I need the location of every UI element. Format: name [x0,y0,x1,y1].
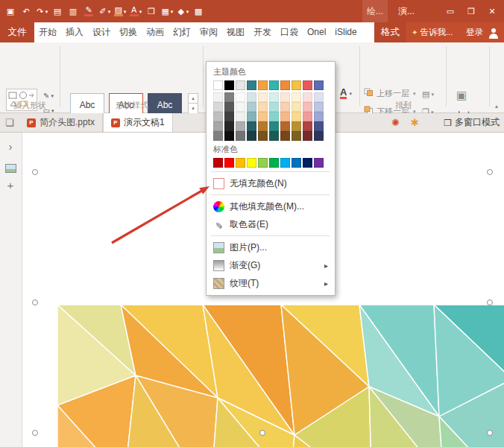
ribbon-tab-口袋[interactable]: 口袋 [276,22,303,42]
theme-color-variant-swatch[interactable] [213,92,223,102]
theme-color-variant-swatch[interactable] [303,131,312,141]
restore-window-button[interactable]: ❐ [461,0,482,22]
theme-color-variant-swatch[interactable] [224,131,234,141]
theme-color-variant-swatch[interactable] [269,92,279,102]
theme-color-swatch[interactable] [236,80,245,90]
theme-color-variant-swatch[interactable] [258,131,268,141]
theme-color-variant-swatch[interactable] [213,112,223,121]
selected-picture[interactable] [57,305,504,447]
expand-pane-button[interactable]: › [0,140,21,153]
theme-color-variant-swatch[interactable] [314,121,324,131]
qat-icon[interactable]: ▤ [50,2,65,20]
resize-handle[interactable] [32,430,38,436]
theme-color-variant-swatch[interactable] [247,92,256,102]
qat-icon[interactable]: ▥ [66,2,81,20]
theme-color-variant-swatch[interactable] [258,92,268,102]
theme-color-variant-swatch[interactable] [236,92,245,102]
theme-color-variant-swatch[interactable] [236,121,245,131]
theme-color-variant-swatch[interactable] [292,121,301,131]
theme-color-variant-swatch[interactable] [292,92,301,102]
theme-color-variant-swatch[interactable] [292,112,301,121]
text-fill-button[interactable]: A ▾ [340,87,352,99]
theme-color-variant-swatch[interactable] [258,121,268,131]
file-tab[interactable]: 文件 [0,22,34,42]
theme-color-variant-swatch[interactable] [292,131,301,141]
qat-icon[interactable]: ◆▾ [175,2,190,20]
ribbon-tab-动画[interactable]: 动画 [142,22,168,42]
theme-color-swatch[interactable] [314,80,324,90]
theme-color-variant-swatch[interactable] [213,131,223,141]
ribbon-tab-插入[interactable]: 插入 [61,22,88,42]
arrange-item-0[interactable]: 上移一层▾ [364,86,416,101]
standard-color-swatch[interactable] [213,158,223,168]
theme-color-variant-swatch[interactable] [314,92,324,102]
ribbon-tab-设计[interactable]: 设计 [88,22,115,42]
theme-color-variant-swatch[interactable] [269,131,279,141]
new-slide-button[interactable]: + [0,179,21,191]
theme-color-swatch[interactable] [280,80,290,90]
theme-color-variant-swatch[interactable] [303,92,312,102]
qat-icon[interactable]: A▾ [128,2,143,20]
theme-color-variant-swatch[interactable] [280,131,290,141]
islide-icon[interactable]: ✺ [391,117,400,128]
theme-color-variant-swatch[interactable] [303,121,312,131]
standard-color-swatch[interactable] [258,158,268,168]
standard-color-swatch[interactable] [303,158,312,168]
theme-color-variant-swatch[interactable] [247,102,256,112]
theme-color-variant-swatch[interactable] [269,102,279,112]
theme-color-variant-swatch[interactable] [303,102,312,112]
align-button[interactable]: ▤ ▾ [422,89,434,99]
qat-icon[interactable]: ↷▾ [34,2,49,20]
theme-color-swatch[interactable] [224,80,234,90]
fill-menu-item[interactable]: 纹理(T)▸ [207,274,335,292]
theme-color-swatch[interactable] [258,80,268,90]
theme-color-variant-swatch[interactable] [269,112,279,121]
fill-menu-item[interactable]: 图片(P)... [207,238,335,256]
theme-color-swatch[interactable] [292,80,301,90]
theme-color-variant-swatch[interactable] [236,112,245,121]
standard-color-swatch[interactable] [292,158,301,168]
ribbon-tab-开始[interactable]: 开始 [34,22,61,42]
theme-color-variant-swatch[interactable] [314,102,324,112]
standard-color-swatch[interactable] [236,158,245,168]
resize-handle[interactable] [32,169,38,175]
theme-color-variant-swatch[interactable] [314,131,324,141]
theme-color-variant-swatch[interactable] [258,112,268,121]
theme-color-variant-swatch[interactable] [280,92,290,102]
theme-color-swatch[interactable] [213,80,223,90]
fill-menu-item[interactable]: 其他填充颜色(M)... [207,197,335,215]
ribbon-tab-视图[interactable]: 视图 [222,22,249,42]
window-list-icon[interactable]: ❏ [5,117,14,128]
tab-format-active[interactable]: 格式 [374,22,406,42]
ribbon-display-button[interactable]: ▭ [440,0,461,22]
resize-handle[interactable] [487,430,493,436]
theme-color-variant-swatch[interactable] [292,102,301,112]
standard-color-swatch[interactable] [280,158,290,168]
fill-menu-item[interactable]: 渐变(G)▸ [207,256,335,274]
standard-color-swatch[interactable] [269,158,279,168]
settings-gear-icon[interactable]: ✱ [411,117,419,128]
resize-handle[interactable] [32,299,38,305]
document-tab[interactable]: P演示文稿1 [103,113,173,132]
standard-color-swatch[interactable] [314,158,324,168]
qat-icon[interactable]: ✎ [81,2,96,20]
fill-menu-item[interactable]: ✎取色器(E) [207,215,335,233]
ribbon-tab-Onel[interactable]: Onel [303,22,330,42]
ribbon-tab-iSlide[interactable]: iSlide [330,22,361,42]
standard-color-swatch[interactable] [247,158,256,168]
user-account-icon[interactable] [488,28,500,39]
theme-color-variant-swatch[interactable] [269,121,279,131]
theme-color-variant-swatch[interactable] [247,112,256,121]
theme-color-variant-swatch[interactable] [247,121,256,131]
theme-color-variant-swatch[interactable] [303,112,312,121]
ribbon-tab-幻灯[interactable]: 幻灯 [168,22,195,42]
close-button[interactable]: ✕ [482,0,503,22]
fill-menu-item[interactable]: 无填充颜色(N) [207,174,335,192]
qat-icon[interactable]: ↶ [19,2,34,20]
qat-icon[interactable]: ✐▾ [97,2,112,20]
theme-color-variant-swatch[interactable] [280,112,290,121]
qat-icon[interactable]: ▩ [191,2,206,20]
theme-color-swatch[interactable] [303,80,312,90]
theme-color-variant-swatch[interactable] [258,102,268,112]
standard-color-swatch[interactable] [224,158,234,168]
